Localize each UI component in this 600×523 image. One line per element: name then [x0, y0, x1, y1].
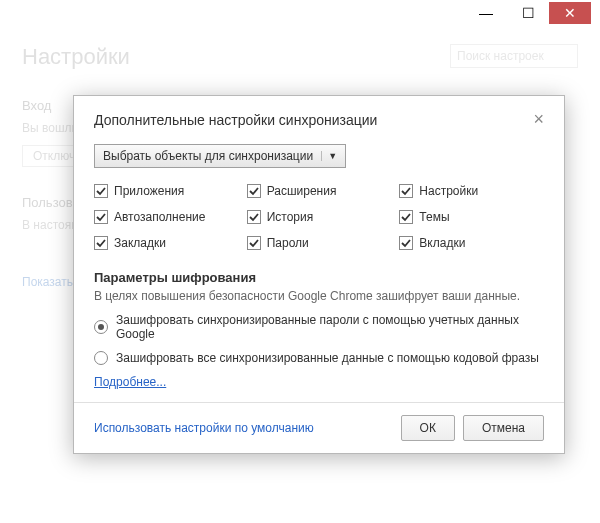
sync-checkbox-item[interactable]: Настройки — [399, 184, 544, 198]
checkbox-checked-icon — [247, 184, 261, 198]
window-close-button[interactable]: ✕ — [549, 2, 591, 24]
use-defaults-link[interactable]: Использовать настройки по умолчанию — [94, 421, 393, 435]
maximize-button[interactable]: ☐ — [507, 2, 549, 24]
sync-objects-dropdown[interactable]: Выбрать объекты для синхронизации▼ — [94, 144, 346, 168]
sync-checkbox-item[interactable]: Вкладки — [399, 236, 544, 250]
radio-icon — [94, 351, 108, 365]
checkbox-checked-icon — [247, 210, 261, 224]
sync-items-grid: ПриложенияРасширенияНастройкиАвтозаполне… — [94, 184, 544, 250]
checkbox-checked-icon — [399, 184, 413, 198]
checkbox-checked-icon — [247, 236, 261, 250]
checkbox-checked-icon — [94, 236, 108, 250]
sync-checkbox-item[interactable]: Закладки — [94, 236, 239, 250]
chevron-down-icon: ▼ — [321, 151, 337, 161]
checkbox-checked-icon — [399, 236, 413, 250]
radio-label: Зашифровать синхронизированные пароли с … — [116, 313, 544, 341]
sync-checkbox-item[interactable]: Автозаполнение — [94, 210, 239, 224]
svg-rect-7 — [247, 237, 260, 250]
encryption-description: В целях повышения безопасности Google Ch… — [94, 289, 544, 303]
encrypt-all-radio[interactable]: Зашифровать все синхронизированные данны… — [94, 351, 544, 365]
sync-settings-dialog: Дополнительные настройки синхронизации ×… — [73, 95, 565, 454]
dialog-close-icon[interactable]: × — [533, 112, 544, 126]
checkbox-checked-icon — [94, 210, 108, 224]
svg-rect-2 — [400, 185, 413, 198]
minimize-button[interactable]: — — [465, 2, 507, 24]
learn-more-link[interactable]: Подробнее... — [94, 375, 166, 389]
svg-rect-5 — [400, 211, 413, 224]
window-title-bar: — ☐ ✕ — [0, 0, 600, 28]
svg-rect-3 — [95, 211, 108, 224]
sync-checkbox-item[interactable]: Пароли — [247, 236, 392, 250]
sync-checkbox-item[interactable]: Темы — [399, 210, 544, 224]
checkbox-checked-icon — [399, 210, 413, 224]
encrypt-passwords-radio[interactable]: Зашифровать синхронизированные пароли с … — [94, 313, 544, 341]
radio-label: Зашифровать все синхронизированные данны… — [116, 351, 539, 365]
sync-checkbox-item[interactable]: История — [247, 210, 392, 224]
ok-button[interactable]: ОК — [401, 415, 455, 441]
sync-checkbox-item[interactable]: Расширения — [247, 184, 392, 198]
svg-rect-1 — [247, 185, 260, 198]
cancel-button[interactable]: Отмена — [463, 415, 544, 441]
dialog-title: Дополнительные настройки синхронизации — [94, 112, 377, 128]
sync-checkbox-item[interactable]: Приложения — [94, 184, 239, 198]
svg-rect-4 — [247, 211, 260, 224]
svg-rect-0 — [95, 185, 108, 198]
svg-rect-6 — [95, 237, 108, 250]
svg-rect-8 — [400, 237, 413, 250]
radio-icon — [94, 320, 108, 334]
encryption-header: Параметры шифрования — [94, 270, 544, 285]
checkbox-checked-icon — [94, 184, 108, 198]
